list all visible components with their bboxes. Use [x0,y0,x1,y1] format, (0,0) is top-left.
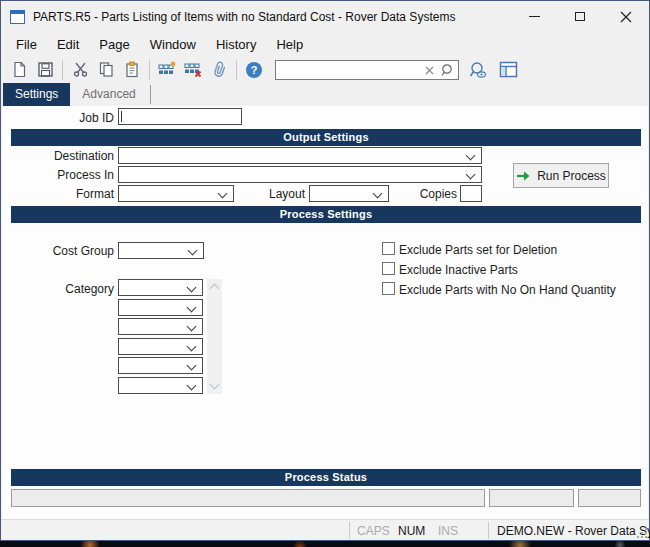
output-settings-header: Output Settings [11,129,641,146]
format-label: Format [2,187,114,201]
menu-edit[interactable]: Edit [47,33,89,56]
text-caret [121,111,122,122]
close-icon [620,11,632,23]
minimize-button[interactable] [511,1,557,32]
app-window-icon [10,10,25,24]
menu-help[interactable]: Help [266,33,313,56]
resize-grip[interactable] [637,528,647,538]
app-window: PARTS.R5 - Parts Listing of Items with n… [0,0,650,541]
category-select[interactable] [118,318,203,335]
scroll-up-icon[interactable] [210,284,220,294]
status-bar: CAPS NUM INS DEMO.NEW - Rover Data Syste… [1,519,649,540]
category-label: Category [2,282,114,296]
exclude-no-on-hand-checkbox[interactable] [382,282,395,295]
process-status-field-secondary [489,489,574,507]
paste-button[interactable] [119,58,145,82]
layout-panes-icon [499,61,518,78]
menu-file[interactable]: File [6,33,47,56]
num-indicator: NUM [398,524,425,538]
clear-search-icon[interactable] [423,62,437,78]
paste-icon [124,61,141,78]
layout-label: Layout [242,187,305,201]
cut-icon [72,61,89,78]
job-id-input[interactable] [118,108,242,125]
copies-input[interactable] [460,185,482,202]
cost-group-select[interactable] [118,242,204,259]
search-icon[interactable] [440,62,455,78]
cost-group-label: Cost Group [2,244,114,258]
grid-add-row-button[interactable] [154,58,180,82]
destination-select[interactable] [118,147,482,164]
category-select[interactable] [118,338,203,355]
menu-window[interactable]: Window [140,33,206,56]
menu-bar: File Edit Page Window History Help [1,32,649,56]
format-select[interactable] [118,185,234,202]
process-status-header: Process Status [11,469,641,486]
caps-indicator: CAPS [357,524,390,538]
exclude-deletion-checkbox[interactable] [382,242,395,255]
process-status-field-main [11,489,485,507]
new-button[interactable] [6,58,32,82]
statusbar-separator [488,522,489,539]
minimize-icon [529,16,540,17]
tab-strip: Settings Advanced [1,83,649,106]
exclude-inactive-label: Exclude Inactive Parts [399,263,518,277]
category-select[interactable] [118,299,203,316]
title-bar: PARTS.R5 - Parts Listing of Items with n… [1,1,649,32]
save-icon [37,61,54,78]
exclude-inactive-checkbox[interactable] [382,262,395,275]
layout-panes-button[interactable] [495,58,521,82]
toolbar: ? [1,56,649,83]
menu-history[interactable]: History [206,33,266,56]
layout-select[interactable] [309,185,389,202]
attachment-button[interactable] [206,58,232,82]
process-settings-header: Process Settings [11,206,641,223]
new-document-icon [11,61,28,78]
toolbar-separator [149,60,150,80]
category-select[interactable] [118,357,203,374]
toolbar-search [275,60,459,80]
svg-text:?: ? [251,64,258,76]
job-id-label: Job ID [2,111,114,125]
grid-delete-icon [184,61,202,78]
grid-delete-row-button[interactable] [180,58,206,82]
tab-divider [150,85,151,104]
toolbar-separator [62,60,63,80]
toolbar-separator [236,60,237,80]
copy-button[interactable] [93,58,119,82]
maximize-icon [575,12,585,21]
scroll-down-icon[interactable] [210,380,220,390]
tab-advanced[interactable]: Advanced [70,83,147,106]
category-select[interactable] [118,279,203,296]
copies-label: Copies [402,187,457,201]
cut-button[interactable] [67,58,93,82]
session-context: DEMO.NEW - Rover Data Systems [497,524,650,538]
maximize-button[interactable] [557,1,603,32]
statusbar-separator [349,522,350,539]
copy-icon [98,61,115,78]
paperclip-icon [211,61,228,78]
close-button[interactable] [603,1,649,32]
grid-add-icon [158,61,176,78]
process-in-select[interactable] [118,166,482,183]
exclude-deletion-label: Exclude Parts set for Deletion [399,243,557,257]
category-select[interactable] [118,377,203,394]
window-title: PARTS.R5 - Parts Listing of Items with n… [33,10,455,24]
ins-indicator: INS [438,524,458,538]
process-in-label: Process In [2,168,114,182]
run-arrow-icon [516,170,531,182]
menu-page[interactable]: Page [89,33,139,56]
lookup-preview-button[interactable] [465,58,491,82]
lookup-eye-icon [468,61,488,79]
exclude-no-on-hand-label: Exclude Parts with No On Hand Quantity [399,283,616,297]
save-button[interactable] [32,58,58,82]
tab-settings[interactable]: Settings [3,83,70,106]
help-button[interactable]: ? [241,58,267,82]
help-icon: ? [245,61,263,79]
run-process-button[interactable]: Run Process [513,163,609,188]
destination-label: Destination [2,149,114,163]
process-status-field-tertiary [578,489,641,507]
category-scrollbar[interactable] [207,279,222,394]
run-process-label: Run Process [537,169,606,183]
form-content: Job ID Output Settings Destination Proce… [2,106,648,519]
